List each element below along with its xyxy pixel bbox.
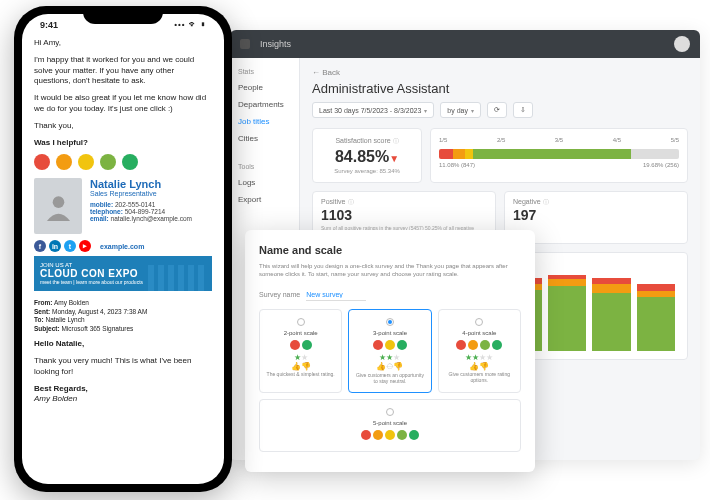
- satisfaction-card: Satisfaction score 84.85%▼ Survey averag…: [312, 128, 422, 183]
- reply-signoff: Best Regards,: [34, 384, 88, 393]
- app-menu-icon[interactable]: [240, 39, 250, 49]
- dist-ticks: 1/52/53/54/55/5: [439, 137, 679, 143]
- email-p1: I'm happy that it worked for you and we …: [34, 55, 212, 87]
- radio-icon: [475, 318, 483, 326]
- linkedin-icon[interactable]: in: [49, 240, 61, 252]
- nav-insights[interactable]: Insights: [260, 39, 291, 49]
- side-heading-stats: Stats: [230, 64, 299, 79]
- email-meta: From: Amy Bolden Sent: Monday, August 4,…: [34, 299, 212, 333]
- reply-name: Amy Bolden: [34, 394, 77, 403]
- wizard-desc: This wizard will help you design a one-c…: [259, 262, 521, 279]
- email-p2: It would be also great if you let me kno…: [34, 93, 212, 115]
- email-thanks: Thank you,: [34, 121, 212, 132]
- face-3-icon[interactable]: [78, 154, 94, 170]
- avatar[interactable]: [674, 36, 690, 52]
- satisfaction-value: 84.85%: [335, 148, 389, 165]
- sig-email: natalie.lynch@example.com: [111, 215, 192, 222]
- sidebar-item-export[interactable]: Export: [230, 191, 299, 208]
- scale-option-5pt[interactable]: 5-point scale: [259, 399, 521, 452]
- status-time: 9:41: [40, 20, 58, 30]
- satisfaction-label: Satisfaction score: [321, 137, 413, 146]
- phone-screen: 9:41 ••• ᯤ ▮ Hi Amy, I'm happy that it w…: [22, 14, 224, 484]
- sig-role: Sales Representative: [90, 190, 192, 197]
- chevron-down-icon: ▾: [471, 107, 474, 114]
- helpful-question: Was I helpful?: [34, 138, 88, 147]
- dist-right-label: 19.68% (256): [643, 162, 679, 168]
- status-icons: ••• ᯤ ▮: [174, 20, 206, 30]
- distribution-bar: [439, 149, 679, 159]
- sidebar-item-departments[interactable]: Departments: [230, 96, 299, 113]
- promo-banner[interactable]: JOIN US AT CLOUD CON EXPO meet the team …: [34, 256, 212, 291]
- wizard-title: Name and scale: [259, 244, 521, 256]
- survey-name-field: Survey name: [259, 289, 521, 301]
- thumbs-icon: 👍👎: [443, 362, 516, 371]
- sig-mobile: 202-555-0141: [115, 201, 155, 208]
- social-icons: f in t ▸ example.com: [34, 240, 212, 252]
- sig-telephone: 504-899-7214: [125, 208, 165, 215]
- survey-name-input[interactable]: [306, 289, 366, 301]
- trend-down-icon: ▼: [389, 153, 399, 164]
- radio-icon: [386, 318, 394, 326]
- scale-option-2pt[interactable]: 2-point scale ★★ 👍👎 The quickest & simpl…: [259, 309, 342, 393]
- face-1-icon[interactable]: [34, 154, 50, 170]
- radio-icon: [297, 318, 305, 326]
- face-4-icon[interactable]: [100, 154, 116, 170]
- back-link[interactable]: ← Back: [312, 68, 688, 77]
- sidebar-item-people[interactable]: People: [230, 79, 299, 96]
- sig-website[interactable]: example.com: [100, 240, 144, 252]
- scale-option-3pt[interactable]: 3-point scale ★★★ 👍⦵👎 Give customers an …: [348, 309, 431, 393]
- export-button[interactable]: ⇩: [513, 102, 533, 118]
- phone-notch: [83, 6, 163, 24]
- signature-photo: [34, 178, 82, 234]
- chevron-down-icon: ▾: [424, 107, 427, 114]
- thumbs-icon: 👍⦵👎: [353, 362, 426, 372]
- sig-name: Natalie Lynch: [90, 178, 192, 190]
- radio-icon: [386, 408, 394, 416]
- facebook-icon[interactable]: f: [34, 240, 46, 252]
- distribution-card: 1/52/53/54/55/5 11.08% (847) 19.68% (256…: [430, 128, 688, 183]
- survey-wizard-modal: Name and scale This wizard will help you…: [245, 230, 535, 472]
- twitter-icon[interactable]: t: [64, 240, 76, 252]
- granularity-picker[interactable]: by day▾: [440, 102, 481, 118]
- youtube-icon[interactable]: ▸: [79, 240, 91, 252]
- rating-faces: [34, 154, 212, 170]
- face-2-icon[interactable]: [56, 154, 72, 170]
- face-5-icon[interactable]: [122, 154, 138, 170]
- negative-value: 197: [513, 207, 679, 223]
- scale-option-4pt[interactable]: 4-point scale ★★★★ 👍👎 Give customers mor…: [438, 309, 521, 393]
- email-greeting: Hi Amy,: [34, 38, 212, 49]
- satisfaction-sub: Survey average: 85.34%: [321, 168, 413, 174]
- sidebar-item-logs[interactable]: Logs: [230, 174, 299, 191]
- dist-left-label: 11.08% (847): [439, 162, 475, 168]
- reply-greet: Hello Natalie,: [34, 339, 84, 348]
- sidebar-item-cities[interactable]: Cities: [230, 130, 299, 147]
- reply-body: Thank you very much! This is what I've b…: [34, 356, 212, 378]
- positive-value: 1103: [321, 207, 487, 223]
- thumbs-icon: 👍👎: [264, 362, 337, 371]
- page-title: Administrative Assistant: [312, 81, 688, 96]
- dashboard-topbar: Insights: [230, 30, 700, 58]
- side-heading-tools: Tools: [230, 159, 299, 174]
- sidebar-item-job-titles[interactable]: Job titles: [230, 113, 299, 130]
- date-range-picker[interactable]: Last 30 days 7/5/2023 - 8/3/2023▾: [312, 102, 434, 118]
- phone-mockup: 9:41 ••• ᯤ ▮ Hi Amy, I'm happy that it w…: [14, 6, 232, 492]
- negative-label: Negative: [513, 198, 679, 207]
- email-signature: Natalie Lynch Sales Representative mobil…: [34, 178, 212, 234]
- positive-label: Positive: [321, 198, 487, 207]
- refresh-button[interactable]: ⟳: [487, 102, 507, 118]
